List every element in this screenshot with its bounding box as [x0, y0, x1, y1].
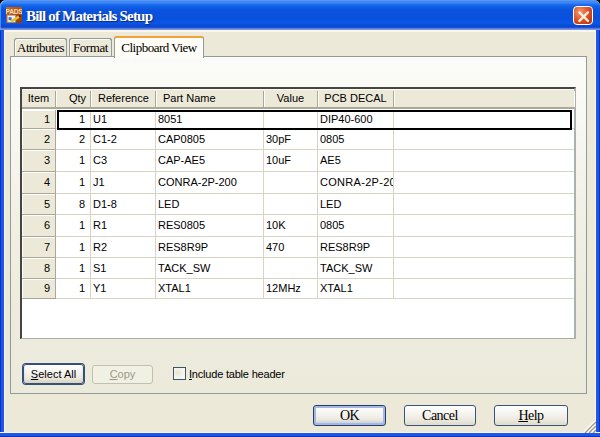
svg-text:PADS: PADS — [6, 8, 22, 15]
